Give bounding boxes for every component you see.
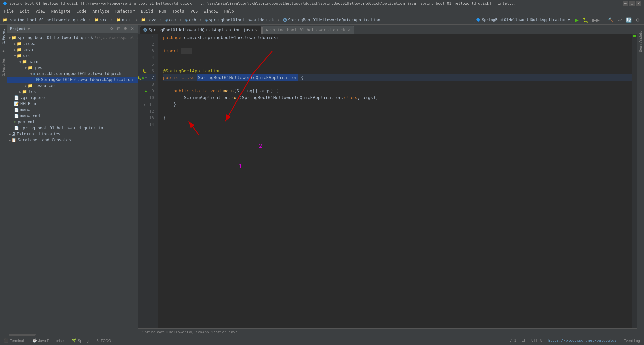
line9-run-icon[interactable]: ▶ (145, 89, 147, 93)
gutter-line-5: 5 (139, 61, 156, 68)
debug-button[interactable]: 🐛 (581, 17, 590, 23)
main-class-label: SpringBoot01HelloworldQuickApplication (41, 77, 133, 82)
sep6: › (199, 18, 202, 22)
tree-java[interactable]: ▼ 📁 java (7, 65, 138, 71)
right-tool-buttons: Bean Validation (637, 25, 644, 336)
run-config-icon: 🔷 (476, 18, 481, 22)
editor-content: 1 2 3 4 5 (138, 34, 637, 328)
csdn-link[interactable]: https://blog.csdn.net/pulubulus (548, 338, 616, 343)
bean-validation-btn[interactable]: Bean Validation (638, 26, 643, 55)
tree-main[interactable]: ▼ 📁 main (7, 59, 138, 65)
menu-file[interactable]: File (1, 8, 16, 14)
annotation-gutter-icon[interactable]: 🐛 (142, 69, 147, 73)
menu-help[interactable]: Help (222, 8, 237, 14)
terminal-btn[interactable]: ⬛ Terminal (3, 338, 25, 343)
breadcrumb-main[interactable]: 📁 main (115, 17, 133, 23)
menu-tools[interactable]: Tools (170, 8, 187, 14)
collapse-all-btn[interactable]: ⊟ (116, 26, 121, 31)
build-button[interactable]: 🔨 (607, 17, 615, 23)
hide-panel-btn[interactable]: ✕ (130, 26, 135, 31)
line7-fold-icon[interactable]: ▾ (145, 76, 147, 80)
menu-window[interactable]: Window (201, 8, 221, 14)
gutter-line-7: 🐛 ▶ ▾ 7 (139, 74, 156, 81)
event-log-btn[interactable]: Event Log (622, 339, 641, 343)
breadcrumb-com[interactable]: ◉ com (164, 17, 177, 23)
project-dropdown[interactable]: ▼ (28, 27, 30, 31)
menu-build[interactable]: Build (138, 8, 156, 14)
maximize-button[interactable]: □ (629, 1, 635, 6)
tree-root[interactable]: ▼ 📁 spring-boot-01-helloworld-quick F:\j… (7, 34, 138, 41)
tree-mvn[interactable]: ▶ 📁 .mvn (7, 47, 138, 53)
menu-run[interactable]: Run (156, 8, 169, 14)
tree-pom[interactable]: m pom.xml (7, 119, 138, 125)
favorites-btn[interactable]: 2: Favorites (1, 55, 6, 79)
run-button[interactable]: ▶ (574, 17, 580, 23)
sync-project-btn[interactable]: ⟳ (109, 26, 115, 31)
project-title: Project (10, 27, 25, 31)
project-settings-btn[interactable]: ⚙ (123, 26, 128, 31)
breadcrumb-project[interactable]: spring-boot-01-helloworld-quick (9, 17, 87, 23)
code-line-4 (163, 54, 632, 61)
tree-main-class[interactable]: 🅒 SpringBoot01HelloworldQuickApplication (7, 77, 138, 83)
run-config-dropdown[interactable]: 🔷 SpringBootO1HelloworldQuickApplication… (474, 17, 572, 23)
breadcrumb-ckh[interactable]: ◉ ckh (184, 17, 198, 23)
menu-analyze[interactable]: Analyze (90, 8, 112, 14)
spring-btn[interactable]: 🌱 Spring (70, 338, 90, 343)
tab-main-java[interactable]: 🅒 SpringBoot01HelloworldQuickApplication… (140, 26, 262, 34)
breadcrumb-class[interactable]: 🅒 SpringBootO1HelloworldQuickApplication (282, 17, 382, 23)
java-enterprise-btn[interactable]: ☕ Java Enterprise (31, 338, 65, 343)
menu-refactor[interactable]: Refactor (113, 8, 138, 14)
menu-edit[interactable]: Edit (17, 8, 32, 14)
minimize-button[interactable]: ─ (623, 1, 628, 6)
menu-code[interactable]: Code (74, 8, 89, 14)
tree-helpmd[interactable]: 📝 HELP.md (7, 101, 138, 107)
tree-idea[interactable]: ▶ 📁 .idea (7, 41, 138, 47)
settings-button[interactable]: ⚙ (634, 17, 641, 23)
project-panel-btn[interactable]: 1: Project (1, 26, 6, 47)
tree-src[interactable]: ▼ 📁 src (7, 53, 138, 59)
tree-mvnw-cmd[interactable]: 📄 mvnw.cmd (7, 113, 138, 119)
run-tab-icon: ▶ (266, 28, 268, 32)
breadcrumb-src[interactable]: 📁 src (93, 17, 109, 23)
main-label: main (122, 18, 132, 22)
rollback-button[interactable]: ↩ (616, 17, 623, 23)
tree-test[interactable]: ▶ 📁 test (7, 89, 138, 95)
close-button[interactable]: ✕ (636, 1, 641, 6)
tree-resources[interactable]: ▶ 📁 resources (7, 83, 138, 89)
update-button[interactable]: 🔄 (625, 17, 633, 23)
tree-iml[interactable]: 📄 spring-boot-01-helloworld-quick.iml (7, 125, 138, 131)
mvnw-label: mvnw (20, 108, 30, 112)
editor-scrollbar[interactable] (632, 34, 637, 328)
breadcrumb-pkg[interactable]: ◉ springboot01helloworldquick (204, 17, 275, 23)
favorites-icon[interactable]: ★ (2, 48, 5, 54)
tree-mvnw[interactable]: 📄 mvnw (7, 107, 138, 113)
gutter-line-10: 10 (139, 94, 156, 101)
gutter-line-11: ▾ 11 (139, 101, 156, 108)
tree-external-libs[interactable]: ▶ 🗄 External Libraries (7, 131, 138, 137)
menu-view[interactable]: View (33, 8, 48, 14)
terminal-icon: ⬛ (4, 338, 9, 343)
gutter-line-9: ▶ 9 (139, 88, 156, 94)
tree-scratches[interactable]: ▶ 📋 Scratches and Consoles (7, 137, 138, 143)
breadcrumb-java[interactable]: 📁 java (140, 17, 158, 23)
menu-vcs[interactable]: VCS (188, 8, 201, 14)
java-label: java (147, 18, 156, 22)
coverage-button[interactable]: ▶▶ (591, 17, 601, 23)
tree-gitignore[interactable]: 📄 .gitignore (7, 95, 138, 101)
tab-close-run[interactable]: ✕ (347, 28, 351, 32)
code-editor[interactable]: package com.ckh.springboot01helloworldqu… (158, 34, 632, 328)
todo-label: 6: TODO (97, 339, 111, 343)
sep2: › (111, 18, 113, 22)
todo-btn[interactable]: 6: TODO (95, 338, 113, 343)
line7-run-icon[interactable]: ▶ (142, 76, 145, 80)
cursor-position: 7:1 (509, 338, 516, 343)
java-folder-icon: 📁 (141, 18, 146, 22)
package-label: com.ckh.springboot01helloworldquick (37, 71, 121, 76)
tab-run[interactable]: ▶ spring-boot-01-helloworld-quick ✕ (262, 26, 354, 34)
menu-navigate[interactable]: Navigate (49, 8, 73, 14)
tree-package[interactable]: ▼ ◉ com.ckh.springboot01helloworldquick (7, 71, 138, 77)
external-libs-label: External Libraries (17, 132, 60, 136)
tab-close-java[interactable]: ✕ (255, 28, 258, 32)
scroll-indicator-green (633, 35, 636, 37)
code-line-12 (163, 108, 632, 115)
